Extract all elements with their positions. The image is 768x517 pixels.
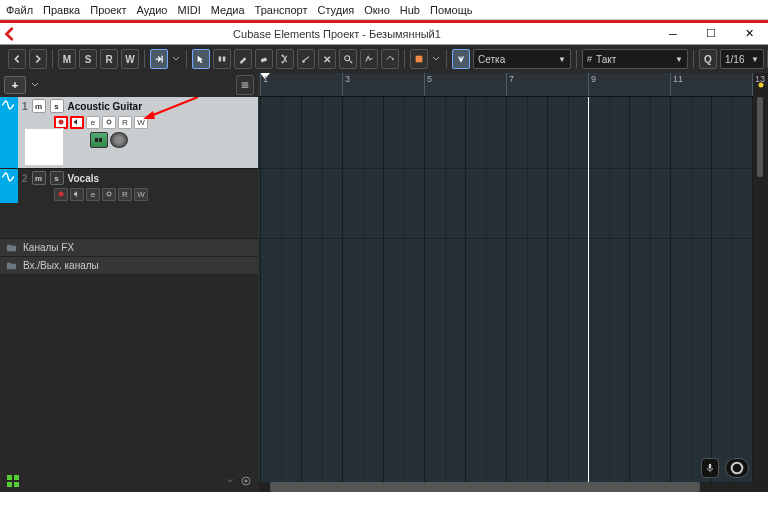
folder-row[interactable]: Вх./Вых. каналы xyxy=(0,257,258,275)
os-menubar: Файл Правка Проект Аудио MIDI Медиа Тран… xyxy=(0,0,768,20)
insert-slot[interactable] xyxy=(110,132,128,148)
track-solo-button[interactable]: s xyxy=(50,99,64,113)
svg-rect-2 xyxy=(223,57,226,62)
mic-button[interactable] xyxy=(701,458,719,478)
snap-type-dropdown[interactable]: Сетка▼ xyxy=(473,49,571,69)
minimize-button[interactable]: ─ xyxy=(654,23,692,44)
track-name[interactable]: Vocals xyxy=(68,173,100,184)
menu-hub[interactable]: Hub xyxy=(400,4,420,16)
snap-toggle[interactable] xyxy=(452,49,470,69)
autoscroll-button[interactable] xyxy=(150,49,168,69)
timeline-ruler[interactable]: 13579111315171921 xyxy=(258,73,753,97)
track-freeze-button[interactable] xyxy=(102,188,116,201)
audio-wave-icon xyxy=(0,97,16,113)
playback-cursor[interactable] xyxy=(588,97,589,482)
track-freeze-button[interactable] xyxy=(102,116,116,129)
ruler-bar-label: 11 xyxy=(670,73,683,96)
svg-point-6 xyxy=(302,60,305,63)
track-read-button[interactable]: R xyxy=(118,188,132,201)
track-mute-button[interactable]: m xyxy=(32,171,46,185)
vertical-scrollbar-thumb[interactable] xyxy=(757,97,763,177)
menu-transport[interactable]: Транспорт xyxy=(255,4,308,16)
menu-studio[interactable]: Студия xyxy=(317,4,354,16)
svg-rect-25 xyxy=(99,138,102,142)
track-list: 1 m s Acoustic Guitar e R W xyxy=(0,97,258,470)
undo-button[interactable] xyxy=(8,49,26,69)
redo-button[interactable] xyxy=(29,49,47,69)
track-solo-button[interactable]: s xyxy=(50,171,64,185)
track-record-enable[interactable] xyxy=(54,116,68,129)
svg-rect-28 xyxy=(7,475,12,480)
add-track-button[interactable]: + xyxy=(4,76,26,94)
grid-type-dropdown[interactable]: #Такт▼ xyxy=(582,49,688,69)
scrollbar-thumb[interactable] xyxy=(270,482,700,492)
track-thumbnail xyxy=(24,128,64,166)
insert-slot[interactable] xyxy=(90,132,108,148)
menu-file[interactable]: Файл xyxy=(6,4,33,16)
tool-draw[interactable] xyxy=(234,49,252,69)
horizontal-scrollbar[interactable] xyxy=(258,482,753,492)
ruler-bar-label: 5 xyxy=(424,73,432,96)
track-write-button[interactable]: W xyxy=(134,116,148,129)
ruler-bar-label: 3 xyxy=(342,73,350,96)
track-number: 1 xyxy=(22,101,28,112)
track-number: 2 xyxy=(22,173,28,184)
arrange-area: 13579111315171921 xyxy=(258,73,753,492)
track-row[interactable]: 1 m s Acoustic Guitar e R W xyxy=(0,97,258,169)
record-toggle[interactable] xyxy=(725,458,749,478)
track-read-button[interactable]: R xyxy=(118,116,132,129)
folder-row[interactable]: Каналы FX xyxy=(0,239,258,257)
track-mute-button[interactable]: m xyxy=(32,99,46,113)
chevron-down-icon[interactable] xyxy=(226,477,234,485)
mute-all-button[interactable]: M xyxy=(58,49,76,69)
folder-icon xyxy=(6,260,17,271)
tool-glue[interactable] xyxy=(297,49,315,69)
menu-window[interactable]: Окно xyxy=(364,4,390,16)
menu-edit[interactable]: Правка xyxy=(43,4,80,16)
menu-help[interactable]: Помощь xyxy=(430,4,473,16)
quantize-value-dropdown[interactable]: 1/16▼ xyxy=(720,49,764,69)
svg-rect-29 xyxy=(14,475,19,480)
folder-label: Каналы FX xyxy=(23,242,74,253)
track-record-enable[interactable] xyxy=(54,188,68,201)
tool-range[interactable] xyxy=(213,49,231,69)
tool-comp[interactable] xyxy=(360,49,378,69)
chevron-down-icon[interactable] xyxy=(30,80,40,90)
track-visibility-button[interactable] xyxy=(236,75,254,95)
tool-split[interactable] xyxy=(276,49,294,69)
vertical-scrollbar-area xyxy=(753,73,768,492)
tool-erase[interactable] xyxy=(255,49,273,69)
chevron-down-icon[interactable] xyxy=(171,54,181,64)
menu-midi[interactable]: MIDI xyxy=(177,4,200,16)
write-all-button[interactable]: W xyxy=(121,49,139,69)
track-write-button[interactable]: W xyxy=(134,188,148,201)
menu-project[interactable]: Проект xyxy=(90,4,126,16)
track-list-panel: + 1 m s Acoustic Guitar xyxy=(0,73,258,492)
track-edit-button[interactable]: e xyxy=(86,116,100,129)
track-edit-button[interactable]: e xyxy=(86,188,100,201)
track-name[interactable]: Acoustic Guitar xyxy=(68,101,142,112)
menu-media[interactable]: Медиа xyxy=(211,4,245,16)
quantize-apply[interactable]: Q xyxy=(699,49,717,69)
svg-rect-21 xyxy=(242,87,249,88)
event-grid[interactable] xyxy=(258,97,753,482)
color-tool[interactable] xyxy=(410,49,428,69)
tool-mute[interactable]: ✕ xyxy=(318,49,336,69)
close-button[interactable]: ✕ xyxy=(730,23,768,44)
gear-icon[interactable] xyxy=(240,475,252,487)
window-titlebar: Cubase Elements Проект - Безымянный1 ─ ☐… xyxy=(0,23,768,45)
svg-rect-19 xyxy=(242,83,249,84)
read-all-button[interactable]: R xyxy=(100,49,118,69)
menu-audio[interactable]: Аудио xyxy=(136,4,167,16)
maximize-button[interactable]: ☐ xyxy=(692,23,730,44)
solo-all-button[interactable]: S xyxy=(79,49,97,69)
meter-icon xyxy=(6,474,20,488)
project-toolbar: M S R W ✕ Сетка▼ #Такт▼ Q 1/16▼ xyxy=(0,45,768,73)
track-monitor-button[interactable] xyxy=(70,116,84,129)
track-monitor-button[interactable] xyxy=(70,188,84,201)
tool-zoom[interactable] xyxy=(339,49,357,69)
chevron-down-icon[interactable] xyxy=(431,54,441,64)
tool-select[interactable] xyxy=(192,49,210,69)
track-row[interactable]: 2 m s Vocals e R W xyxy=(0,169,258,239)
tool-play[interactable] xyxy=(381,49,399,69)
